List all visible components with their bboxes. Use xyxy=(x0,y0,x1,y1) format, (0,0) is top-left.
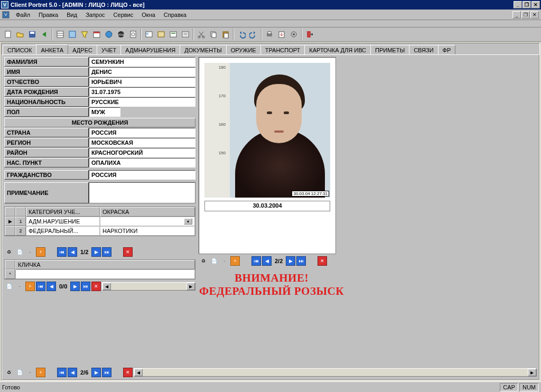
tool-calendar-icon[interactable] xyxy=(91,29,102,40)
nickname-grid[interactable]: КЛИЧКА * xyxy=(4,259,195,279)
nick-scrollbar[interactable]: ◀ ▶ xyxy=(102,282,195,291)
refresh-icon[interactable]: ♻ xyxy=(199,256,208,266)
add-button[interactable]: + xyxy=(36,247,45,257)
tab-record[interactable]: УЧЕТ xyxy=(97,45,121,55)
tool-card3-icon[interactable] xyxy=(167,29,179,40)
next-button[interactable]: ▶ xyxy=(286,256,295,266)
gh-category[interactable]: КАТЕГОРИЯ УЧЕ... xyxy=(26,207,100,217)
tab-address[interactable]: АДРЕС xyxy=(68,45,97,55)
last-button[interactable]: ⏭ xyxy=(102,368,111,377)
minus-icon[interactable]: · xyxy=(15,282,24,291)
tab-marks[interactable]: ПРИМЕТЫ xyxy=(370,45,409,55)
scroll-right-icon[interactable]: ▶ xyxy=(528,369,536,376)
next-button[interactable]: ▶ xyxy=(70,282,80,291)
menu-edit[interactable]: Правка xyxy=(34,11,62,19)
value-surname[interactable]: СЕМУНКИН xyxy=(89,57,195,67)
value-district[interactable]: КРАСНОГОРСКИЙ xyxy=(89,148,195,157)
first-button[interactable]: ⏮ xyxy=(251,256,261,266)
doc-icon[interactable]: 📄 xyxy=(15,368,24,377)
last-button[interactable]: ⏭ xyxy=(102,247,111,257)
minus-icon[interactable]: · xyxy=(25,247,35,257)
menu-service[interactable]: Сервис xyxy=(109,11,138,19)
doc-icon[interactable]: 📄 xyxy=(209,256,219,266)
tool-globe-icon[interactable] xyxy=(103,29,115,40)
tab-links[interactable]: СВЯЗИ xyxy=(409,45,438,55)
mdi-restore-button[interactable]: ❐ xyxy=(521,11,530,18)
refresh-icon[interactable]: ♻ xyxy=(4,247,14,257)
tool-export-icon[interactable] xyxy=(276,29,287,40)
delete-button[interactable]: ✕ xyxy=(123,247,133,257)
mdi-close-button[interactable]: ✕ xyxy=(530,11,539,18)
tool-card4-icon[interactable] xyxy=(180,29,191,40)
value-note[interactable] xyxy=(89,182,195,203)
tool-redo-icon[interactable] xyxy=(248,29,259,40)
tab-ivscard[interactable]: КАРТОЧКА ДЛЯ ИВС xyxy=(304,45,371,55)
next-button[interactable]: ▶ xyxy=(91,247,101,257)
add-button[interactable]: + xyxy=(36,368,45,377)
add-button[interactable]: + xyxy=(25,282,35,291)
gh-color[interactable]: ОКРАСКА xyxy=(100,207,195,217)
tool-new-icon[interactable] xyxy=(2,29,14,40)
delete-button[interactable]: ✕ xyxy=(123,368,133,377)
minimize-button[interactable]: _ xyxy=(514,1,522,8)
value-country[interactable]: РОССИЯ xyxy=(89,128,195,137)
mdi-child-icon[interactable]: V xyxy=(2,11,10,18)
value-region[interactable]: МОСКОВСКАЯ xyxy=(89,138,195,147)
mdi-minimize-button[interactable]: _ xyxy=(512,11,521,18)
value-citizenship[interactable]: РОССИЯ xyxy=(89,170,195,180)
tab-admviolations[interactable]: АДМНАРУШЕНИЯ xyxy=(120,45,180,55)
minus-icon[interactable]: · xyxy=(25,368,35,377)
cell-color[interactable]: НАРКОТИКИ xyxy=(100,226,195,236)
scroll-left-icon[interactable]: ◀ xyxy=(134,369,143,376)
last-button[interactable]: ⏭ xyxy=(296,256,306,266)
tool-undo-icon[interactable] xyxy=(236,29,247,40)
doc-icon[interactable]: 📄 xyxy=(15,247,24,257)
value-locality[interactable]: ОПАЛИХА xyxy=(89,158,195,167)
first-button[interactable]: ⏮ xyxy=(57,247,67,257)
menu-query[interactable]: Запрос xyxy=(81,11,109,19)
tool-preview-icon[interactable] xyxy=(127,29,139,40)
minus-icon[interactable]: · xyxy=(220,256,229,266)
cell-color[interactable]: ▾ xyxy=(100,217,195,226)
last-button[interactable]: ⏭ xyxy=(81,282,90,291)
tool-exit-icon[interactable] xyxy=(304,29,315,40)
prev-button[interactable]: ◀ xyxy=(46,282,56,291)
scroll-right-icon[interactable]: ▶ xyxy=(186,283,195,290)
scroll-left-icon[interactable]: ◀ xyxy=(102,283,111,290)
prev-button[interactable]: ◀ xyxy=(262,256,272,266)
first-button[interactable]: ⏮ xyxy=(57,368,67,377)
prev-button[interactable]: ◀ xyxy=(68,368,77,377)
cell-category[interactable]: ФЕДЕРАЛЬНЫЙ... xyxy=(26,226,100,236)
menu-windows[interactable]: Окна xyxy=(137,11,160,19)
tool-funnel-icon[interactable] xyxy=(79,29,90,40)
tab-transport[interactable]: ТРАНСПОРТ xyxy=(260,45,305,55)
tool-settings-icon[interactable] xyxy=(288,29,300,40)
doc-icon[interactable]: 📄 xyxy=(4,282,14,291)
tab-weapon[interactable]: ОРУЖИЕ xyxy=(226,45,261,55)
tool-cut-icon[interactable] xyxy=(195,29,207,40)
delete-button[interactable]: ✕ xyxy=(318,256,327,266)
tool-copy-icon[interactable] xyxy=(208,29,219,40)
gh-nickname[interactable]: КЛИЧКА xyxy=(15,260,195,269)
cell-nickname[interactable] xyxy=(15,269,195,279)
tab-list[interactable]: СПИСОК xyxy=(3,45,36,55)
mugshot-photo[interactable]: 180 170 160 150 30.03.04 12:27:31 xyxy=(204,63,330,198)
value-sex[interactable]: МУЖ xyxy=(89,107,120,117)
first-button[interactable]: ⏮ xyxy=(36,282,45,291)
tool-card1-icon[interactable] xyxy=(143,29,155,40)
photo-date[interactable]: 30.03.2004 xyxy=(204,201,330,211)
tool-back-icon[interactable] xyxy=(39,29,50,40)
tab-fr[interactable]: ФР xyxy=(438,45,456,55)
tool-card2-icon[interactable] xyxy=(155,29,167,40)
category-grid[interactable]: КАТЕГОРИЯ УЧЕ... ОКРАСКА ▶ 1 АДМ.НАРУШЕН… xyxy=(4,207,195,236)
menu-file[interactable]: Файл xyxy=(12,11,34,19)
tool-print-icon[interactable] xyxy=(264,29,275,40)
value-dob[interactable]: 31.07.1975 xyxy=(89,87,195,97)
maximize-button[interactable]: ❐ xyxy=(523,1,531,8)
cell-category[interactable]: АДМ.НАРУШЕНИЕ xyxy=(26,217,100,226)
value-patronymic[interactable]: ЮРЬЕВИЧ xyxy=(89,77,195,87)
tool-paste-icon[interactable] xyxy=(220,29,231,40)
tab-documents[interactable]: ДОКУМЕНТЫ xyxy=(180,45,226,55)
value-nationality[interactable]: РУССКИЕ xyxy=(89,97,195,107)
tool-stop-icon[interactable]: STOP xyxy=(115,29,127,40)
